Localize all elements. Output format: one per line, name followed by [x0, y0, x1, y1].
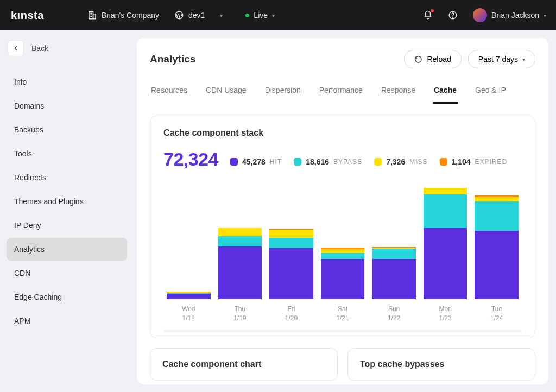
- legend-hit: 45,278HIT: [230, 157, 282, 166]
- site-name: dev1: [188, 11, 205, 20]
- bar-segment-hit: [424, 228, 467, 299]
- help-button[interactable]: [448, 10, 458, 20]
- legend-label: BYPASS: [333, 158, 362, 166]
- chart-xlabels: Wed1/18Thu1/19Fri1/20Sat1/21Sun1/22Mon1/…: [163, 299, 522, 323]
- user-name: Brian Jackson: [491, 11, 539, 20]
- bar-segment-bypass: [475, 201, 519, 231]
- arrow-left-icon: [12, 45, 20, 52]
- company-switcher[interactable]: Brian's Company: [87, 10, 159, 20]
- chevron-down-icon: ▾: [544, 12, 546, 18]
- cache-stack-chart: Wed1/18Thu1/19Fri1/20Sat1/21Sun1/22Mon1/…: [163, 185, 522, 332]
- range-picker[interactable]: Past 7 days ▾: [468, 50, 535, 68]
- legend-label: HIT: [270, 158, 282, 166]
- card-title: Top cache bypasses: [360, 359, 523, 369]
- legend-label: EXPIRED: [475, 158, 508, 166]
- range-label: Past 7 days: [478, 55, 518, 64]
- tab-cdn-usage[interactable]: CDN Usage: [205, 80, 248, 103]
- bar-segment-bypass: [218, 236, 262, 246]
- sidebar-item-themes-and-plugins[interactable]: Themes and Plugins: [7, 190, 127, 213]
- sidebar-item-backups[interactable]: Backups: [7, 118, 127, 141]
- brand-logo: kınsta: [11, 9, 44, 22]
- header-actions: Reload Past 7 days ▾: [404, 50, 535, 68]
- live-dot-icon: [245, 14, 249, 17]
- bar-segment-hit: [167, 294, 211, 299]
- bar-1-18[interactable]: [167, 292, 211, 299]
- chevron-down-icon[interactable]: ▾: [220, 12, 223, 18]
- bar-1-24[interactable]: [475, 195, 519, 300]
- xlabel: Sun1/22: [372, 305, 416, 323]
- bar-segment-hit: [372, 259, 416, 299]
- tab-geo-ip[interactable]: Geo & IP: [474, 80, 507, 103]
- avatar: [473, 8, 487, 22]
- bar-segment-hit: [269, 248, 313, 299]
- reload-icon: [414, 55, 422, 64]
- notifications-button[interactable]: [423, 10, 433, 20]
- chevron-down-icon: ▾: [522, 56, 525, 62]
- sidebar-item-ip-deny[interactable]: IP Deny: [7, 214, 127, 237]
- bar-segment-hit: [218, 246, 262, 299]
- legend-value: 7,326: [386, 157, 405, 166]
- bar-1-22[interactable]: [372, 247, 416, 299]
- top-cache-bypasses-card: Top cache bypasses: [348, 348, 535, 381]
- back-button[interactable]: [8, 40, 24, 56]
- tab-cache[interactable]: Cache: [433, 80, 458, 104]
- sidebar-item-edge-caching[interactable]: Edge Caching: [7, 286, 127, 308]
- sidebar-item-redirects[interactable]: Redirects: [7, 166, 127, 189]
- building-icon: [87, 10, 97, 20]
- legend-miss: 7,326MISS: [374, 157, 427, 166]
- bar-segment-bypass: [424, 194, 467, 228]
- xlabel: Mon1/23: [424, 305, 467, 323]
- bar-1-20[interactable]: [269, 229, 313, 299]
- back-row: Back: [7, 40, 127, 56]
- tab-performance[interactable]: Performance: [318, 80, 364, 103]
- reload-button[interactable]: Reload: [404, 50, 461, 68]
- bar-segment-bypass: [372, 249, 416, 259]
- bar-segment-bypass: [269, 238, 313, 248]
- legend-value: 1,104: [452, 157, 471, 166]
- legend-expired: 1,104EXPIRED: [440, 157, 508, 166]
- cache-stack-card: Cache component stack 72,324 45,278HIT18…: [150, 116, 535, 338]
- sidebar-item-tools[interactable]: Tools: [7, 142, 127, 165]
- card-title: Cache component chart: [162, 359, 325, 369]
- sidebar-item-domains[interactable]: Domains: [7, 94, 127, 117]
- xlabel: Wed1/18: [167, 305, 211, 323]
- tab-response[interactable]: Response: [380, 80, 416, 103]
- legend-bypass: 18,616BYPASS: [294, 157, 362, 166]
- main: Analytics Reload Past 7 days ▾ Resources…: [134, 30, 556, 392]
- bar-segment-hit: [321, 259, 365, 299]
- analytics-panel: Analytics Reload Past 7 days ▾ Resources…: [137, 38, 548, 384]
- chart-scroll-track[interactable]: [163, 330, 522, 332]
- bar-1-19[interactable]: [218, 228, 262, 299]
- legends: 45,278HIT18,616BYPASS7,326MISS1,104EXPIR…: [230, 157, 507, 166]
- bar-segment-miss: [424, 188, 467, 194]
- bar-segment-miss: [218, 228, 262, 236]
- sidebar-item-cdn[interactable]: CDN: [7, 262, 127, 284]
- sidebar-item-info[interactable]: Info: [7, 71, 127, 93]
- bar-1-21[interactable]: [321, 248, 365, 299]
- legend-value: 18,616: [306, 157, 329, 166]
- env-switcher[interactable]: Live ▾: [245, 11, 275, 20]
- bar-1-23[interactable]: [424, 188, 467, 299]
- sidebar-item-analytics[interactable]: Analytics: [7, 238, 127, 261]
- tabs: ResourcesCDN UsageDispersionPerformanceR…: [150, 80, 535, 104]
- company-name: Brian's Company: [102, 11, 159, 20]
- user-menu[interactable]: Brian Jackson ▾: [473, 8, 546, 22]
- cache-component-chart-card: Cache component chart: [150, 348, 338, 381]
- bottom-row: Cache component chart Top cache bypasses: [150, 348, 535, 381]
- sidebar-item-apm[interactable]: APM: [7, 309, 127, 332]
- panel-header: Analytics Reload Past 7 days ▾: [150, 50, 535, 68]
- tab-resources[interactable]: Resources: [150, 80, 188, 103]
- site-switcher[interactable]: dev1: [174, 10, 205, 20]
- sidebar-nav: InfoDomainsBackupsToolsRedirectsThemes a…: [7, 71, 127, 332]
- back-label: Back: [31, 44, 48, 53]
- topbar: kınsta Brian's Company dev1 ▾ Live ▾: [0, 0, 556, 30]
- stats-row: 72,324 45,278HIT18,616BYPASS7,326MISS1,1…: [163, 149, 522, 170]
- xlabel: Sat1/21: [321, 305, 365, 323]
- xlabel: Tue1/24: [475, 305, 519, 323]
- xlabel: Thu1/19: [218, 305, 262, 323]
- bar-segment-miss: [269, 230, 313, 238]
- wordpress-icon: [174, 10, 184, 20]
- legend-swatch: [440, 158, 447, 166]
- card-title: Cache component stack: [163, 128, 522, 138]
- tab-dispersion[interactable]: Dispersion: [264, 80, 302, 103]
